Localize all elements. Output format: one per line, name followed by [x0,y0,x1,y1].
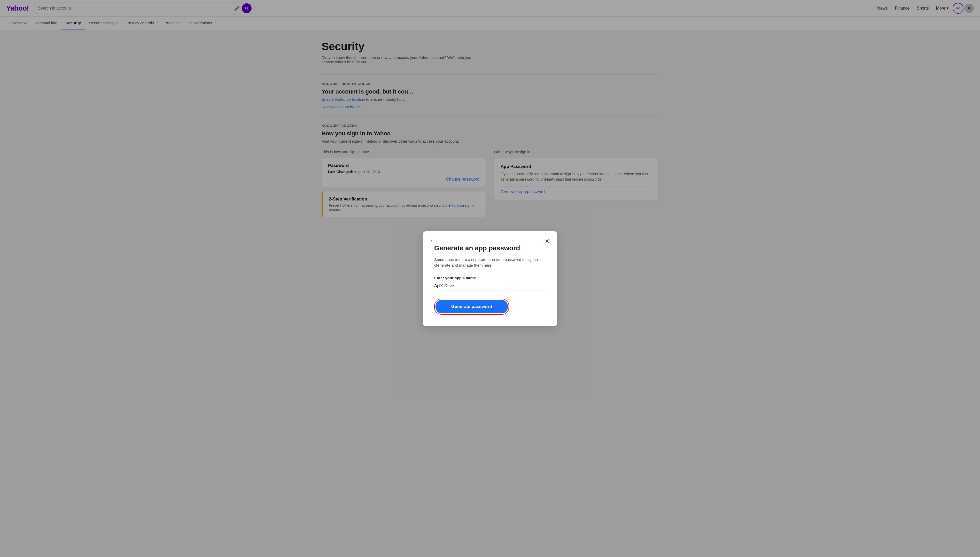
app-name-input[interactable] [434,282,546,290]
modal-close-button[interactable]: ✕ [542,236,552,246]
modal-back-button[interactable]: ‹ [428,236,435,246]
generate-btn-highlight: Generate password [434,299,509,315]
generate-password-modal: ‹ ✕ Generate an app password Some apps r… [423,231,557,326]
modal-description: Some apps require a separate, one-time p… [434,257,546,269]
modal-overlay[interactable]: ‹ ✕ Generate an app password Some apps r… [0,0,980,557]
modal-title: Generate an app password [434,244,546,252]
modal-input-label: Enter your app's name [434,276,546,280]
generate-password-button[interactable]: Generate password [436,300,508,313]
modal-input-wrapper [434,282,546,290]
